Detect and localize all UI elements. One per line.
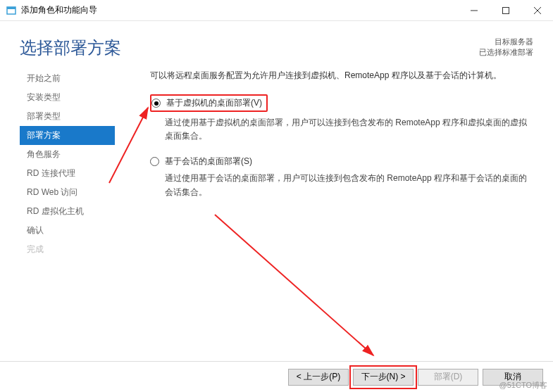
radio-session-based[interactable] xyxy=(150,157,159,166)
header: 选择部署方案 目标服务器 已选择标准部署 xyxy=(0,21,553,69)
sidebar-item-install-type[interactable]: 安装类型 xyxy=(20,88,115,107)
option-vm-based: 基于虚拟机的桌面部署(V) 通过使用基于虚拟机的桌面部署，用户可以连接到包含发布… xyxy=(150,94,533,143)
target-info: 目标服务器 已选择标准部署 xyxy=(479,37,533,58)
sidebar-item-rd-virtualization-host[interactable]: RD 虚拟化主机 xyxy=(20,202,115,221)
window-title: 添加角色和功能向导 xyxy=(21,4,97,16)
next-button[interactable]: 下一步(N) > xyxy=(353,369,414,386)
titlebar: 添加角色和功能向导 xyxy=(0,0,553,21)
option-vm-based-desc: 通过使用基于虚拟机的桌面部署，用户可以连接到包含发布的 RemoteApp 程序… xyxy=(165,116,533,143)
prev-button[interactable]: < 上一步(P) xyxy=(288,369,349,386)
target-value: 已选择标准部署 xyxy=(479,47,533,58)
window-controls xyxy=(458,0,553,21)
sidebar-item-rd-connection-broker[interactable]: RD 连接代理 xyxy=(20,164,115,183)
wizard-sidebar: 开始之前 安装类型 部署类型 部署方案 角色服务 RD 连接代理 RD Web … xyxy=(20,69,115,259)
main-panel: 可以将远程桌面服务配置为允许用户连接到虚拟机、RemoteApp 程序以及基于会… xyxy=(115,69,553,259)
target-label: 目标服务器 xyxy=(479,37,533,47)
option-session-based: 基于会话的桌面部署(S) 通过使用基于会话的桌面部署，用户可以连接到包含发布的 … xyxy=(150,156,533,198)
annotation-highlight-radio: 基于虚拟机的桌面部署(V) xyxy=(150,94,268,112)
deploy-button: 部署(D) xyxy=(418,369,478,386)
sidebar-item-complete: 完成 xyxy=(20,240,115,259)
sidebar-item-deploy-scenario[interactable]: 部署方案 xyxy=(20,126,115,145)
svg-rect-3 xyxy=(502,7,509,13)
option-vm-based-label[interactable]: 基于虚拟机的桌面部署(V) xyxy=(166,97,262,109)
option-session-based-desc: 通过使用基于会话的桌面部署，用户可以连接到包含发布的 RemoteApp 程序和… xyxy=(165,172,533,198)
cancel-button[interactable]: 取消 xyxy=(483,369,543,386)
radio-vm-based[interactable] xyxy=(151,99,161,108)
sidebar-item-role-services[interactable]: 角色服务 xyxy=(20,145,115,164)
sidebar-item-rd-web-access[interactable]: RD Web 访问 xyxy=(20,183,115,202)
close-button[interactable] xyxy=(521,0,553,21)
svg-rect-1 xyxy=(7,7,15,9)
maximize-button[interactable] xyxy=(490,0,521,21)
intro-text: 可以将远程桌面服务配置为允许用户连接到虚拟机、RemoteApp 程序以及基于会… xyxy=(150,69,533,82)
app-icon xyxy=(6,5,17,16)
wizard-footer: < 上一步(P) 下一步(N) > 部署(D) 取消 xyxy=(0,361,553,392)
sidebar-item-before-begin[interactable]: 开始之前 xyxy=(20,69,115,88)
page-heading: 选择部署方案 xyxy=(20,37,121,59)
minimize-button[interactable] xyxy=(458,0,490,21)
sidebar-item-deploy-type[interactable]: 部署类型 xyxy=(20,107,115,126)
sidebar-item-confirm[interactable]: 确认 xyxy=(20,221,115,240)
option-session-based-label[interactable]: 基于会话的桌面部署(S) xyxy=(165,156,252,167)
